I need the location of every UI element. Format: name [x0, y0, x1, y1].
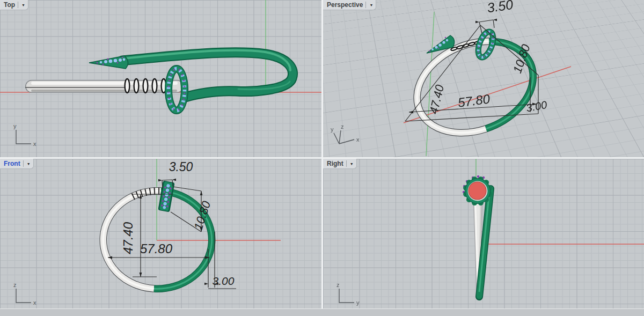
viewport-tab-top[interactable]: Top ▼: [0, 0, 28, 10]
tab-separator: [18, 2, 18, 8]
dim-wire-thickness[interactable]: 3.00: [213, 275, 235, 287]
dim-band-width[interactable]: 3.50: [486, 0, 514, 15]
gizmo-label-x: x: [356, 136, 360, 143]
bottom-margin-strip: [0, 308, 644, 316]
gizmo-label-z: z: [336, 282, 340, 288]
top-view-canvas: y x: [0, 0, 321, 157]
dim-outer-diameter[interactable]: 57.80: [140, 241, 173, 256]
nail-head-cross-section: [469, 182, 486, 200]
ornament-band: [158, 181, 174, 212]
dim-band-width[interactable]: 3.50: [169, 160, 193, 174]
gizmo-label-z: z: [13, 282, 17, 288]
band-and-head: [463, 175, 492, 205]
tab-separator: [365, 2, 366, 8]
gizmo-label-y: y: [331, 126, 334, 133]
viewport-tab-top-label[interactable]: Top: [4, 1, 15, 9]
bracelet-model-front[interactable]: [103, 181, 211, 289]
bracelet-model-top[interactable]: [25, 50, 293, 111]
right-view-canvas: z y: [323, 159, 644, 308]
gizmo-label-y: y: [13, 123, 17, 129]
viewport-right[interactable]: z y Right ▼: [323, 159, 644, 308]
viewport-top[interactable]: y x Top ▼: [0, 0, 321, 157]
axis-gizmo: z x: [13, 282, 36, 306]
viewport-menu-arrow-icon[interactable]: ▼: [368, 3, 375, 7]
viewport-tab-front[interactable]: Front ▼: [0, 159, 34, 169]
viewport-menu-arrow-icon[interactable]: ▼: [25, 162, 32, 166]
tab-separator: [346, 160, 347, 167]
axis-gizmo: y x: [13, 123, 36, 147]
viewport-perspective[interactable]: 3.50 10.80 47.40 57.80 3.00 y z x Perspe…: [323, 0, 644, 157]
horizontal-splitter[interactable]: [0, 157, 644, 159]
cad-four-view-workspace: y x Top ▼: [0, 0, 644, 316]
viewport-menu-arrow-icon[interactable]: ▼: [348, 162, 355, 166]
viewport-tab-right[interactable]: Right ▼: [323, 159, 357, 169]
viewport-menu-arrow-icon[interactable]: ▼: [20, 3, 27, 7]
viewport-tab-front-label[interactable]: Front: [4, 160, 20, 167]
gizmo-label-x: x: [33, 141, 36, 147]
viewport-tab-perspective[interactable]: Perspective ▼: [323, 0, 376, 10]
bracelet-model-right[interactable]: [463, 175, 492, 299]
viewport-front[interactable]: 3.50 10.80 47.40 57.80 3.00 z x Front ▼: [0, 159, 321, 308]
gizmo-label-x: x: [33, 299, 36, 306]
axis-gizmo: z y: [336, 282, 360, 306]
gizmo-label-y: y: [356, 299, 360, 306]
tab-separator: [23, 160, 24, 167]
dim-inner-diameter[interactable]: 47.40: [121, 222, 135, 254]
axis-gizmo: y z x: [331, 123, 360, 144]
front-view-canvas: 3.50 10.80 47.40 57.80 3.00 z x: [0, 159, 321, 308]
viewport-tab-right-label[interactable]: Right: [327, 160, 343, 167]
gizmo-label-z: z: [341, 123, 344, 130]
viewport-tab-perspective-label[interactable]: Perspective: [327, 1, 363, 9]
perspective-view-canvas: 3.50 10.80 47.40 57.80 3.00 y z x: [323, 0, 644, 157]
